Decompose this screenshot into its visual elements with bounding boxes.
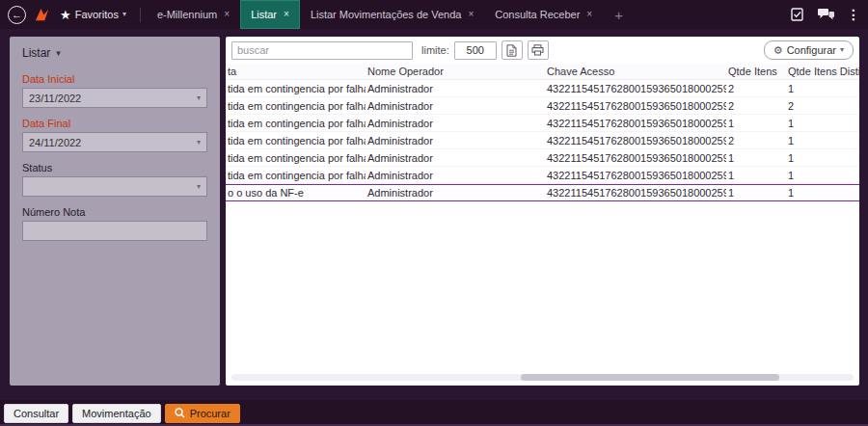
column-header[interactable]: Qtde Itens bbox=[726, 66, 786, 77]
print-button[interactable] bbox=[528, 40, 549, 60]
limit-input[interactable] bbox=[454, 41, 497, 60]
table-cell: 1 bbox=[786, 170, 859, 181]
table-cell: Administrador bbox=[366, 187, 545, 199]
table-header: ta Nome Operador Chave Acesso Qtde Itens… bbox=[226, 64, 859, 80]
tab-e-millennium[interactable]: e-Millennium × bbox=[147, 0, 240, 29]
table-cell: 2 bbox=[786, 100, 859, 112]
table-cell: 432211545176280015936501800025968395... bbox=[545, 83, 726, 94]
close-icon[interactable]: × bbox=[284, 10, 289, 19]
configure-button[interactable]: ⚙ Configurar ▾ bbox=[764, 40, 854, 60]
new-tab-button[interactable]: + bbox=[614, 7, 623, 23]
bottom-toolbar: Consultar Movimentação Procurar bbox=[0, 400, 868, 426]
table-cell: 1 bbox=[786, 187, 859, 199]
tab-listar-movimentacoes-venda[interactable]: Listar Movimentações de Venda × bbox=[300, 0, 484, 29]
table-cell: Administrador bbox=[366, 170, 545, 181]
tab-listar[interactable]: Listar × bbox=[240, 0, 300, 29]
export-document-button[interactable] bbox=[502, 40, 523, 60]
table-cell: Administrador bbox=[366, 135, 545, 146]
table-row[interactable]: tida em contingencia por falha tec...Adm… bbox=[226, 167, 859, 184]
procurar-button[interactable]: Procurar bbox=[165, 404, 240, 423]
table-row[interactable]: o o uso da NF-eAdministrador432211545176… bbox=[226, 184, 859, 201]
configure-label: Configurar bbox=[787, 44, 836, 56]
chevron-down-icon: ▾ bbox=[197, 183, 201, 191]
tab-consulta-receber[interactable]: Consulta Receber × bbox=[484, 0, 603, 29]
chevron-down-icon: ▾ bbox=[56, 49, 61, 58]
data-final-select[interactable]: 24/11/2022 ▾ bbox=[22, 132, 207, 152]
movimentacao-button[interactable]: Movimentação bbox=[72, 404, 161, 423]
tasks-clipboard-icon[interactable] bbox=[790, 7, 805, 22]
column-header[interactable]: Nome Operador bbox=[366, 66, 545, 77]
tab-divider bbox=[140, 8, 141, 22]
data-inicial-label: Data Inicial bbox=[22, 73, 207, 85]
close-icon[interactable]: × bbox=[224, 10, 230, 19]
table-cell: 432211545176280015936501800025968696... bbox=[545, 135, 726, 146]
table-cell: 1 bbox=[726, 187, 786, 199]
overflow-menu-icon[interactable]: ⋮ bbox=[847, 7, 860, 22]
table-cell: 1 bbox=[726, 118, 786, 129]
document-icon bbox=[506, 44, 517, 57]
chevron-down-icon: ▾ bbox=[840, 46, 844, 54]
close-icon[interactable]: × bbox=[468, 10, 474, 19]
table-body: tida em contingencia por falha tec...Adm… bbox=[226, 80, 859, 386]
chat-icon[interactable] bbox=[817, 8, 835, 21]
table-cell: o o uso da NF-e bbox=[226, 187, 366, 199]
table-row[interactable]: tida em contingencia por falha tec...Adm… bbox=[226, 132, 859, 149]
scrollbar-thumb[interactable] bbox=[521, 374, 779, 381]
gear-icon: ⚙ bbox=[773, 45, 783, 56]
horizontal-scrollbar[interactable] bbox=[231, 374, 854, 381]
back-button[interactable]: ← bbox=[8, 6, 26, 24]
table-cell: Administrador bbox=[366, 100, 545, 112]
table-cell: 432211545176280015936501800025968599... bbox=[545, 118, 726, 129]
app-logo-icon bbox=[34, 8, 50, 22]
limit-label: limite: bbox=[421, 44, 449, 56]
table-cell: Administrador bbox=[366, 83, 545, 94]
search-icon bbox=[175, 408, 185, 418]
close-icon[interactable]: × bbox=[586, 10, 592, 19]
table-cell: 432211545176280015936501800025968918... bbox=[545, 187, 726, 199]
table-cell: Administrador bbox=[366, 118, 545, 129]
filter-panel: Listar ▾ Data Inicial 23/11/2022 ▾ Data … bbox=[10, 37, 220, 386]
table-cell: 1 bbox=[726, 170, 786, 181]
table-cell: 1 bbox=[786, 152, 859, 164]
panel-title-label: Listar bbox=[22, 46, 50, 60]
table-cell: tida em contingencia por falha tec... bbox=[226, 118, 366, 129]
chevron-down-icon: ▾ bbox=[122, 11, 126, 18]
tab-label: e-Millennium bbox=[157, 9, 217, 20]
star-icon: ★ bbox=[60, 9, 71, 21]
table-cell: 432211545176280015936501800025968898... bbox=[545, 170, 726, 181]
table-cell: tida em contingencia por falha tec... bbox=[226, 135, 366, 146]
results-toolbar: limite: bbox=[226, 37, 859, 64]
column-header[interactable]: Chave Acesso bbox=[545, 66, 726, 77]
table-cell: 1 bbox=[786, 135, 859, 146]
panel-title-listar[interactable]: Listar ▾ bbox=[22, 46, 207, 60]
column-header[interactable]: Qtde Itens Distint bbox=[786, 66, 859, 77]
app-window: ← ★ Favoritos ▾ e-Millennium × Listar × … bbox=[0, 0, 868, 426]
printer-icon bbox=[531, 44, 544, 56]
table-row[interactable]: tida em contingencia por falha tec...Adm… bbox=[226, 115, 859, 132]
search-input[interactable] bbox=[231, 41, 413, 60]
favorites-label: Favoritos bbox=[75, 9, 119, 20]
table-cell: 2 bbox=[726, 83, 786, 94]
table-cell: tida em contingencia por falha tec... bbox=[226, 100, 366, 112]
tab-label: Consulta Receber bbox=[495, 9, 580, 20]
favorites-menu[interactable]: ★ Favoritos ▾ bbox=[60, 9, 126, 21]
topbar: ← ★ Favoritos ▾ e-Millennium × Listar × … bbox=[0, 0, 868, 29]
table-cell: 432211545176280015936501800025968499... bbox=[545, 100, 726, 112]
data-inicial-select[interactable]: 23/11/2022 ▾ bbox=[22, 88, 207, 108]
column-header[interactable]: ta bbox=[226, 66, 366, 77]
table-cell: 2 bbox=[726, 135, 786, 146]
table-row[interactable]: tida em contingencia por falha tec...Adm… bbox=[226, 97, 859, 115]
numero-nota-input[interactable] bbox=[22, 221, 207, 241]
status-label: Status bbox=[22, 162, 207, 173]
table-row[interactable]: tida em contingencia por falha tec...Adm… bbox=[226, 149, 859, 167]
data-final-value: 24/11/2022 bbox=[29, 137, 81, 148]
chevron-down-icon: ▾ bbox=[197, 94, 201, 102]
tab-label: Listar Movimentações de Venda bbox=[311, 9, 462, 20]
chevron-down-icon: ▾ bbox=[197, 139, 201, 146]
status-select[interactable]: ▾ bbox=[22, 176, 207, 197]
workspace: Listar ▾ Data Inicial 23/11/2022 ▾ Data … bbox=[0, 29, 868, 400]
table-cell: tida em contingencia por falha tec... bbox=[226, 152, 366, 164]
consultar-button[interactable]: Consultar bbox=[4, 404, 68, 423]
table-row[interactable]: tida em contingencia por falha tec...Adm… bbox=[226, 80, 859, 97]
tab-label: Listar bbox=[251, 9, 277, 20]
